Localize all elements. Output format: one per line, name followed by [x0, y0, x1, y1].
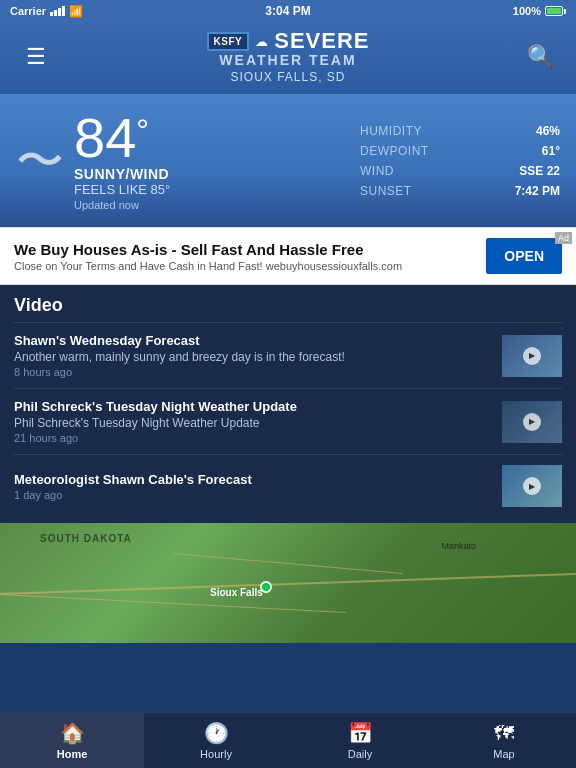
humidity-value: 46%	[536, 124, 560, 138]
weather-team-label: WEATHER TEAM	[219, 52, 356, 68]
map-background: SOUTH DAKOTA Sioux Falls Mankato	[0, 523, 576, 643]
map-mankato-label: Mankato	[441, 541, 476, 551]
ad-open-button[interactable]: OPEN	[486, 238, 562, 274]
updated-label: Updated now	[74, 199, 170, 211]
video-time-1: 8 hours ago	[14, 366, 492, 378]
sunset-value: 7:42 PM	[515, 184, 560, 198]
nav-home-label: Home	[57, 748, 88, 760]
video-item-3[interactable]: Meteorologist Shawn Cable's Forecast 1 d…	[14, 454, 562, 517]
map-icon: 🗺	[494, 722, 514, 745]
wind-label: WIND	[360, 164, 440, 178]
wifi-icon: 📶	[69, 5, 83, 18]
degree-symbol: °	[136, 114, 149, 146]
nav-hourly[interactable]: 🕐 Hourly	[144, 713, 288, 768]
search-button[interactable]: 🔍	[520, 44, 560, 70]
nav-daily[interactable]: 📅 Daily	[288, 713, 432, 768]
video-thumb-3: ▶	[502, 465, 562, 507]
status-bar: Carrier 📶 3:04 PM 100%	[0, 0, 576, 22]
map-sioux-falls-label: Sioux Falls	[210, 587, 263, 598]
video-title-1: Shawn's Wednesday Forecast	[14, 333, 492, 348]
hourly-icon: 🕐	[204, 721, 229, 745]
temperature-value: 84	[74, 110, 136, 166]
logo-top: KSFY ☁ SEVERE	[207, 30, 370, 52]
ad-banner[interactable]: Ad We Buy Houses As-is - Sell Fast And H…	[0, 227, 576, 285]
nav-map[interactable]: 🗺 Map	[432, 713, 576, 768]
play-icon-3: ▶	[523, 477, 541, 495]
ksfy-badge: KSFY	[207, 32, 250, 51]
video-item-2[interactable]: Phil Schreck's Tuesday Night Weather Upd…	[14, 388, 562, 454]
sunset-label: SUNSET	[360, 184, 440, 198]
daily-icon: 📅	[348, 721, 373, 745]
status-time: 3:04 PM	[265, 4, 310, 18]
nav-daily-label: Daily	[348, 748, 372, 760]
video-desc-2: Phil Schreck's Tuesday Night Weather Upd…	[14, 416, 492, 430]
video-title-3: Meteorologist Shawn Cable's Forecast	[14, 472, 492, 487]
play-icon-2: ▶	[523, 413, 541, 431]
weather-left: 〜 84 ° SUNNY/WIND FEELS LIKE 85° Updated…	[16, 110, 350, 211]
map-section[interactable]: SOUTH DAKOTA Sioux Falls Mankato	[0, 523, 576, 643]
home-icon: 🏠	[60, 721, 85, 745]
signal-bars	[50, 6, 65, 16]
ad-headline: We Buy Houses As-is - Sell Fast And Hass…	[14, 241, 402, 258]
humidity-stat: HUMIDITY 46%	[360, 124, 560, 138]
nav-home[interactable]: 🏠 Home	[0, 713, 144, 768]
video-info-3: Meteorologist Shawn Cable's Forecast 1 d…	[14, 472, 492, 501]
video-section-title: Video	[14, 295, 562, 316]
location-label: SIOUX FALLS, SD	[230, 70, 345, 84]
nav-map-label: Map	[493, 748, 514, 760]
video-info-1: Shawn's Wednesday Forecast Another warm,…	[14, 333, 492, 378]
status-left: Carrier 📶	[10, 5, 83, 18]
dewpoint-label: DEWPOINT	[360, 144, 440, 158]
ad-badge: Ad	[555, 232, 572, 244]
video-thumb-1: ▶	[502, 335, 562, 377]
battery-label: 100%	[513, 5, 541, 17]
dewpoint-stat: DEWPOINT 61°	[360, 144, 560, 158]
wind-value: SSE 22	[519, 164, 560, 178]
dewpoint-value: 61°	[542, 144, 560, 158]
video-time-3: 1 day ago	[14, 489, 492, 501]
app-header: ☰ KSFY ☁ SEVERE WEATHER TEAM SIOUX FALLS…	[0, 22, 576, 94]
temperature-block: 84 ° SUNNY/WIND FEELS LIKE 85° Updated n…	[74, 110, 170, 211]
map-south-dakota-label: SOUTH DAKOTA	[40, 533, 132, 544]
sunset-stat: SUNSET 7:42 PM	[360, 184, 560, 198]
video-title-2: Phil Schreck's Tuesday Night Weather Upd…	[14, 399, 492, 414]
carrier-label: Carrier	[10, 5, 46, 17]
header-logo: KSFY ☁ SEVERE WEATHER TEAM SIOUX FALLS, …	[56, 30, 520, 84]
map-location-dot	[260, 581, 272, 593]
video-info-2: Phil Schreck's Tuesday Night Weather Upd…	[14, 399, 492, 444]
play-icon-1: ▶	[523, 347, 541, 365]
severe-label: SEVERE	[274, 30, 369, 52]
battery-icon	[545, 6, 566, 16]
weather-section: 〜 84 ° SUNNY/WIND FEELS LIKE 85° Updated…	[0, 94, 576, 227]
ad-text: We Buy Houses As-is - Sell Fast And Hass…	[14, 241, 402, 272]
condition-label: SUNNY/WIND	[74, 166, 170, 182]
video-thumb-2: ▶	[502, 401, 562, 443]
status-right: 100%	[513, 5, 566, 17]
feels-like-label: FEELS LIKE 85°	[74, 182, 170, 197]
wind-stat: WIND SSE 22	[360, 164, 560, 178]
wind-icon: 〜	[16, 129, 64, 193]
ad-subtext: Close on Your Terms and Have Cash in Han…	[14, 260, 402, 272]
nav-hourly-label: Hourly	[200, 748, 232, 760]
video-time-2: 21 hours ago	[14, 432, 492, 444]
video-section: Video Shawn's Wednesday Forecast Another…	[0, 285, 576, 523]
menu-button[interactable]: ☰	[16, 44, 56, 70]
video-desc-1: Another warm, mainly sunny and breezy da…	[14, 350, 492, 364]
humidity-label: HUMIDITY	[360, 124, 440, 138]
bottom-navigation: 🏠 Home 🕐 Hourly 📅 Daily 🗺 Map	[0, 712, 576, 768]
video-item-1[interactable]: Shawn's Wednesday Forecast Another warm,…	[14, 322, 562, 388]
weather-stats: HUMIDITY 46% DEWPOINT 61° WIND SSE 22 SU…	[360, 110, 560, 211]
